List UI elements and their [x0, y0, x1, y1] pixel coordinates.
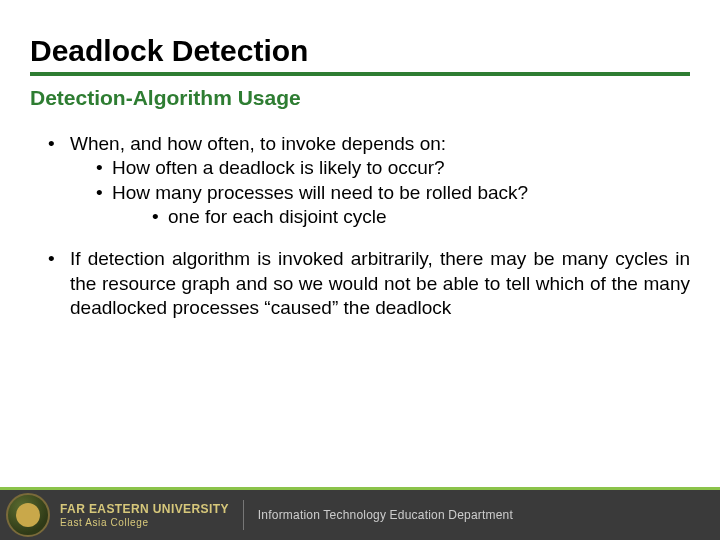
department-name: Information Technology Education Departm… [258, 508, 513, 522]
footer-bar: FAR EASTERN UNIVERSITY East Asia College… [0, 490, 720, 540]
bullet-text: When, and how often, to invoke depends o… [70, 133, 446, 154]
college-name: East Asia College [60, 517, 229, 528]
bullet-level3-group: • one for each disjoint cycle [152, 205, 528, 229]
bullet-level2-group: • How often a deadlock is likely to occu… [96, 156, 690, 229]
seal-inner-icon [16, 503, 40, 527]
bullet-level2: • How often a deadlock is likely to occu… [96, 156, 690, 180]
university-name: FAR EASTERN UNIVERSITY [60, 502, 229, 516]
bullet-marker: • [96, 181, 112, 230]
bullet-group-1: • When, and how often, to invoke depends… [48, 132, 690, 229]
vertical-divider [243, 500, 244, 530]
footer-accent-line [0, 487, 720, 490]
bullet-text: one for each disjoint cycle [168, 205, 387, 229]
slide-title: Deadlock Detection [30, 34, 690, 68]
bullet-level1: • When, and how often, to invoke depends… [48, 132, 690, 229]
bullet-marker: • [48, 132, 70, 229]
bullet-text: If detection algorithm is invoked arbitr… [70, 247, 690, 320]
slide-subtitle: Detection-Algorithm Usage [30, 86, 690, 110]
bullet-level1: • If detection algorithm is invoked arbi… [48, 247, 690, 320]
bullet-text-container: How many processes will need to be rolle… [112, 181, 528, 230]
bullet-text: How many processes will need to be rolle… [112, 182, 528, 203]
bullet-marker: • [48, 247, 70, 320]
bullet-text: How often a deadlock is likely to occur? [112, 156, 445, 180]
bullet-marker: • [96, 156, 112, 180]
university-seal-icon [6, 493, 50, 537]
bullet-marker: • [152, 205, 168, 229]
bullet-level2: • How many processes will need to be rol… [96, 181, 690, 230]
university-block: FAR EASTERN UNIVERSITY East Asia College [60, 502, 229, 528]
bullet-text-container: When, and how often, to invoke depends o… [70, 132, 690, 229]
bullet-group-2: • If detection algorithm is invoked arbi… [48, 247, 690, 320]
title-underline [30, 72, 690, 76]
content-area: Deadlock Detection Detection-Algorithm U… [0, 0, 720, 490]
bullet-level3: • one for each disjoint cycle [152, 205, 528, 229]
slide: Deadlock Detection Detection-Algorithm U… [0, 0, 720, 540]
body-text: • When, and how often, to invoke depends… [30, 132, 690, 320]
